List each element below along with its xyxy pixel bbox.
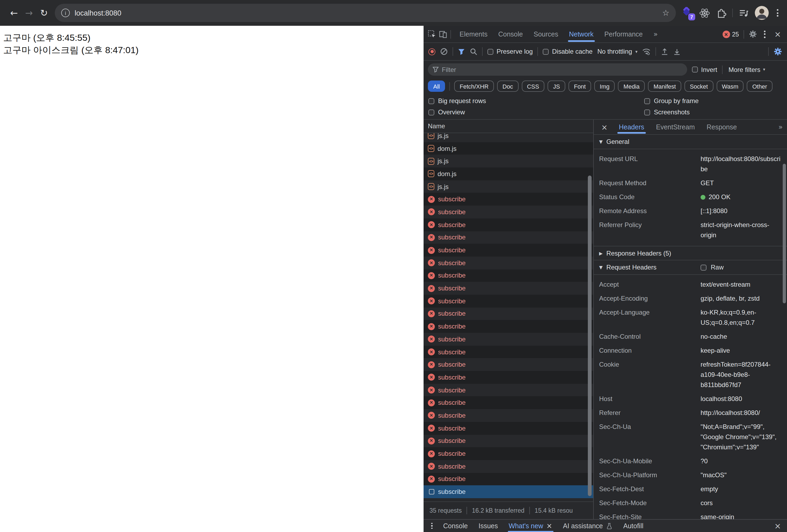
throttling-select[interactable]: No throttling ▾ [597,48,638,55]
filter-chip-img[interactable]: Img [594,81,615,92]
back-icon[interactable]: ← [6,7,21,18]
drawer-menu-icon[interactable] [428,523,435,529]
detail-tab-headers[interactable]: Headers [613,120,650,134]
request-row-subscribe[interactable]: ×subscribe [424,397,593,409]
general-section-header[interactable]: ▼ General [594,135,787,149]
filter-chip-socket[interactable]: Socket [684,81,713,92]
request-row-subscribe[interactable]: ×subscribe [424,244,593,256]
import-har-icon[interactable] [661,48,668,55]
preserve-log-checkbox[interactable]: Preserve log [487,48,533,55]
request-row-subscribe[interactable]: ×subscribe [424,447,593,460]
filter-chip-media[interactable]: Media [618,81,645,92]
filter-chip-wasm[interactable]: Wasm [717,81,744,92]
checkbox[interactable] [644,109,650,115]
request-headers-section-header[interactable]: ▼ Request Headers Raw [594,260,787,275]
filter-chip-doc[interactable]: Doc [497,81,518,92]
response-headers-section-header[interactable]: ▶ Response Headers (5) [594,246,787,260]
option-big-request-rows[interactable]: Big request rows [428,97,644,105]
detail-tab-response[interactable]: Response [701,120,743,134]
close-details-icon[interactable]: × [596,123,613,131]
media-playlist-icon[interactable] [739,8,749,18]
request-row-subscribe[interactable]: ×subscribe [424,384,593,397]
detail-tab-eventstream[interactable]: EventStream [650,120,701,134]
network-settings-gear-icon[interactable] [773,47,782,56]
request-row-dom-js[interactable]: <>dom.js [424,168,593,180]
request-row-subscribe[interactable]: ×subscribe [424,434,593,447]
option-overview[interactable]: Overview [428,108,644,116]
forward-icon[interactable]: → [21,7,37,18]
details-scrollbar[interactable] [783,164,786,303]
tab-close-icon[interactable]: × [546,522,552,530]
request-row-subscribe[interactable]: ×subscribe [424,345,593,358]
request-list-scrollbar[interactable] [588,175,592,496]
request-row-subscribe[interactable]: ×subscribe [424,358,593,371]
filter-chip-font[interactable]: Font [569,81,591,92]
filter-funnel-icon[interactable] [458,48,465,55]
drawer-tab-issues[interactable]: Issues [473,520,503,532]
option-group-by-frame[interactable]: Group by frame [644,97,787,105]
tab-sources[interactable]: Sources [528,26,564,42]
filter-chip-fetch-xhr[interactable]: Fetch/XHR [454,81,494,92]
name-column-header[interactable]: Name [424,120,593,133]
request-row-js-js[interactable]: <>js.js [424,133,593,142]
browser-menu-icon[interactable] [775,9,781,17]
drawer-tab-what-s-new[interactable]: What's new× [503,520,557,532]
extension-badge-icon[interactable]: 7 [681,7,693,19]
checkbox[interactable] [644,98,650,104]
tab-console[interactable]: Console [493,26,528,42]
request-row-js-js[interactable]: <>js.js [424,155,593,168]
request-row-subscribe[interactable]: ×subscribe [424,473,593,485]
request-row-subscribe[interactable]: subscribe [424,486,593,498]
request-row-subscribe[interactable]: ×subscribe [424,257,593,269]
profile-avatar[interactable] [755,6,769,20]
device-toolbar-icon[interactable] [439,30,447,38]
request-row-subscribe[interactable]: ×subscribe [424,218,593,231]
site-info-icon[interactable]: i [61,8,70,17]
request-row-subscribe[interactable]: ×subscribe [424,193,593,206]
request-row-subscribe[interactable]: ×subscribe [424,269,593,282]
extensions-puzzle-icon[interactable] [716,8,726,18]
export-har-icon[interactable] [674,48,681,55]
checkbox[interactable] [543,48,549,55]
drawer-tab-console[interactable]: Console [438,520,473,532]
clear-network-log-icon[interactable] [440,48,448,55]
drawer-tab-autofill[interactable]: Autofill [618,520,649,532]
network-conditions-icon[interactable] [642,48,651,55]
drawer-tab-ai-assistance[interactable]: AI assistance [557,520,618,532]
devtools-close-icon[interactable]: × [773,29,783,39]
filter-chip-other[interactable]: Other [747,81,772,92]
react-devtools-icon[interactable] [699,7,710,19]
tab-performance[interactable]: Performance [599,26,648,42]
more-filters-button[interactable]: More filters ▾ [728,66,765,73]
disable-cache-checkbox[interactable]: Disable cache [543,48,593,55]
more-detail-tabs-icon[interactable]: » [776,123,785,131]
checkbox[interactable] [487,48,493,55]
devtools-menu-icon[interactable] [762,30,768,38]
drawer-close-icon[interactable]: × [773,521,783,531]
bookmark-star-icon[interactable]: ☆ [662,8,669,18]
checkbox[interactable] [692,67,698,72]
more-tabs-icon[interactable]: » [652,30,660,38]
invert-checkbox[interactable]: Invert [692,66,717,73]
checkbox[interactable] [428,98,434,104]
request-row-subscribe[interactable]: ×subscribe [424,307,593,320]
request-row-subscribe[interactable]: ×subscribe [424,206,593,218]
filter-chip-css[interactable]: CSS [522,81,544,92]
filter-chip-manifest[interactable]: Manifest [648,81,681,92]
request-row-subscribe[interactable]: ×subscribe [424,295,593,307]
request-row-subscribe[interactable]: ×subscribe [424,231,593,244]
filter-input[interactable] [442,66,682,73]
request-row-subscribe[interactable]: ×subscribe [424,320,593,333]
request-row-dom-js[interactable]: <>dom.js [424,142,593,155]
error-badge[interactable]: × 25 [722,30,739,38]
settings-gear-icon[interactable] [749,30,757,38]
inspect-element-icon[interactable] [428,30,436,38]
filter-chip-js[interactable]: JS [548,81,565,92]
request-row-js-js[interactable]: <>js.js [424,180,593,193]
tab-elements[interactable]: Elements [454,26,493,42]
request-row-subscribe[interactable]: ×subscribe [424,333,593,345]
checkbox[interactable] [428,109,434,115]
tab-network[interactable]: Network [564,26,599,42]
option-screenshots[interactable]: Screenshots [644,108,787,116]
raw-checkbox[interactable] [701,264,706,270]
